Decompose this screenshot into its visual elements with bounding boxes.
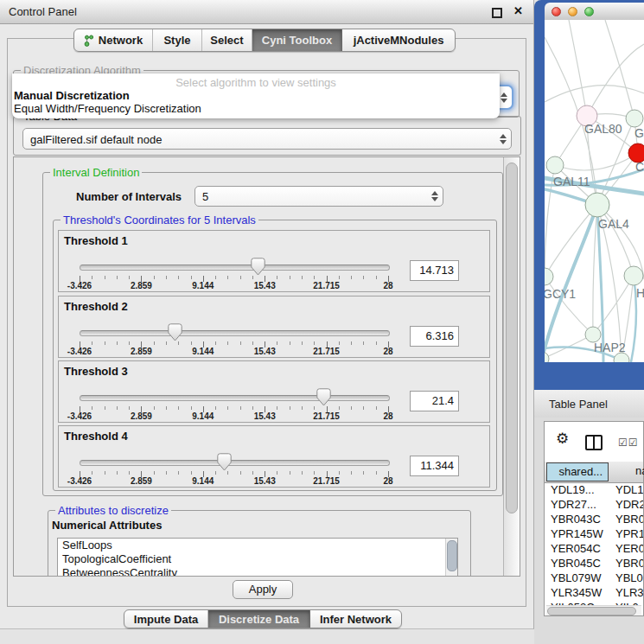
- algorithm-option-placeholder[interactable]: Select algorithm to view settings: [12, 76, 500, 89]
- table-row[interactable]: YBR045CYBR0: [545, 556, 643, 571]
- tab-style[interactable]: Style: [153, 29, 202, 51]
- cell-name: YBR0: [615, 556, 643, 571]
- threshold-slider-track[interactable]: [80, 265, 390, 271]
- slider-thumb[interactable]: [316, 388, 331, 406]
- threshold-slider-track[interactable]: [80, 330, 390, 336]
- attributes-group-title: Attributes to discretize: [55, 504, 171, 517]
- tick-mark: [314, 276, 315, 279]
- tick-mark: [363, 276, 364, 279]
- attribute-list-item-betweennesscentrality[interactable]: BetweennessCentrality: [58, 566, 457, 577]
- algorithm-option-equal-width-frequency-discretization[interactable]: Equal Width/Frequency Discretization: [12, 102, 500, 115]
- network-canvas[interactable]: GAL80GCGAL11GAL4GCY1HHAP2: [545, 20, 644, 362]
- scrollbar-thumb[interactable]: [447, 540, 457, 571]
- close-icon[interactable]: ✕: [513, 4, 523, 17]
- slider-thumb[interactable]: [168, 323, 182, 341]
- tick-mark: [351, 276, 352, 279]
- threshold-value-field[interactable]: 14.713: [410, 260, 459, 281]
- table-row[interactable]: YDL19...YDL1: [545, 482, 643, 497]
- slider-tick-label: 15.43: [245, 476, 284, 486]
- column-header-shared-name[interactable]: shared...: [546, 462, 609, 481]
- numerical-attributes-label: Numerical Attributes: [52, 519, 162, 532]
- tab-discretize-data[interactable]: Discretize Data: [208, 610, 310, 628]
- network-node[interactable]: [626, 110, 643, 127]
- tick-mark: [215, 341, 216, 345]
- table-data-combobox[interactable]: galFiltered.sif default node: [22, 128, 512, 150]
- network-edge: [569, 20, 587, 116]
- network-node[interactable]: [624, 266, 643, 285]
- scrollbar-thumb[interactable]: [506, 163, 518, 513]
- cell-name: YPR1: [615, 526, 643, 541]
- window-title: Control Panel: [9, 5, 77, 18]
- tab-cyni-toolbox[interactable]: Cyni Toolbox: [252, 29, 342, 51]
- threshold-label: Threshold 1: [64, 234, 128, 247]
- attributes-list-scrollbar[interactable]: [445, 539, 457, 576]
- threshold-slider-track[interactable]: [80, 460, 390, 466]
- table-row[interactable]: YPR145WYPR1: [545, 526, 643, 541]
- tab-infer-network[interactable]: Infer Network: [310, 610, 401, 628]
- attribute-list-item-topologicalcoefficient[interactable]: TopologicalCoefficient: [58, 552, 457, 566]
- tick-mark: [154, 471, 155, 475]
- threshold-panel-2: Threshold 2-3.4262.8599.14415.4321.71528…: [58, 296, 490, 358]
- tab-network[interactable]: Network: [74, 29, 153, 51]
- zoom-traffic-light-icon[interactable]: [584, 7, 594, 16]
- tick-mark: [166, 341, 167, 345]
- node-table-window: ⚙ ☑☑ shared... na YDL19...YDL1YDR27...YD…: [544, 421, 644, 616]
- tick-mark: [191, 276, 192, 279]
- gear-icon[interactable]: ⚙: [556, 430, 569, 448]
- table-row[interactable]: YER054CYER0: [545, 541, 643, 556]
- table-row[interactable]: YLR345WYLR3: [545, 585, 643, 600]
- tick-mark: [376, 341, 377, 345]
- tab-impute-data[interactable]: Impute Data: [124, 610, 208, 628]
- slider-thumb[interactable]: [217, 453, 232, 471]
- tick-mark: [178, 341, 179, 345]
- network-node[interactable]: [545, 352, 549, 362]
- float-window-icon[interactable]: [492, 8, 502, 18]
- tick-mark: [178, 406, 179, 410]
- tick-mark: [191, 471, 192, 475]
- table-panel-title: Table Panel: [549, 398, 608, 411]
- minimize-traffic-light-icon[interactable]: [568, 7, 577, 16]
- scrollbar-thumb[interactable]: [547, 607, 636, 615]
- slider-tick-label: -3.426: [61, 476, 99, 486]
- tick-mark: [117, 471, 118, 475]
- select-columns-checkbox-icon[interactable]: ☑☑: [618, 437, 639, 449]
- table-row[interactable]: YDR27...YDR2: [545, 497, 643, 512]
- threshold-value-field[interactable]: 11.344: [410, 456, 459, 476]
- vertical-scrollbar[interactable]: [503, 157, 520, 576]
- table-row[interactable]: YBL079WYBL0: [545, 571, 643, 585]
- column-header-name[interactable]: na: [609, 462, 643, 481]
- slider-tick-label: 2.859: [122, 411, 160, 421]
- table-row[interactable]: YBR043CYBR0: [545, 512, 643, 526]
- cell-name: YBR0: [615, 512, 643, 526]
- algorithm-option-manual-discretization[interactable]: Manual Discretization: [12, 89, 500, 102]
- slider-thumb[interactable]: [251, 258, 265, 276]
- network-node[interactable]: [585, 193, 609, 217]
- threshold-value-field[interactable]: 21.4: [410, 391, 459, 411]
- tab-jactivemnodules[interactable]: jActiveMNodules: [342, 29, 455, 51]
- tick-mark: [105, 276, 105, 279]
- cell-shared-name: YPR145W: [551, 526, 603, 541]
- tick-mark: [302, 276, 303, 279]
- tick-mark: [376, 276, 377, 279]
- threshold-value-field[interactable]: 6.316: [410, 326, 459, 347]
- threshold-panel-3: Threshold 3-3.4262.8599.14415.4321.71528…: [58, 360, 490, 423]
- cell-shared-name: YBR043C: [551, 512, 601, 526]
- tick-mark: [129, 471, 130, 475]
- split-columns-icon[interactable]: [585, 435, 603, 450]
- tick-mark: [277, 341, 277, 345]
- tick-mark: [92, 406, 92, 410]
- slider-tick-label: -3.426: [61, 347, 99, 356]
- horizontal-scrollbar[interactable]: [546, 605, 641, 615]
- apply-button[interactable]: Apply: [233, 580, 293, 599]
- attribute-list-item-selfloops[interactable]: SelfLoops: [58, 539, 457, 552]
- number-of-intervals-combobox[interactable]: 5: [194, 186, 443, 207]
- tab-select[interactable]: Select: [202, 29, 252, 51]
- threshold-slider-track[interactable]: [80, 395, 390, 401]
- slider-tick-label: 15.43: [245, 281, 284, 290]
- network-node[interactable]: [545, 268, 553, 285]
- network-node[interactable]: [546, 156, 564, 174]
- cell-shared-name: YBR045C: [551, 556, 601, 571]
- slider-tick-label: 28: [369, 411, 407, 421]
- close-traffic-light-icon[interactable]: [552, 7, 561, 16]
- tick-mark: [154, 276, 155, 279]
